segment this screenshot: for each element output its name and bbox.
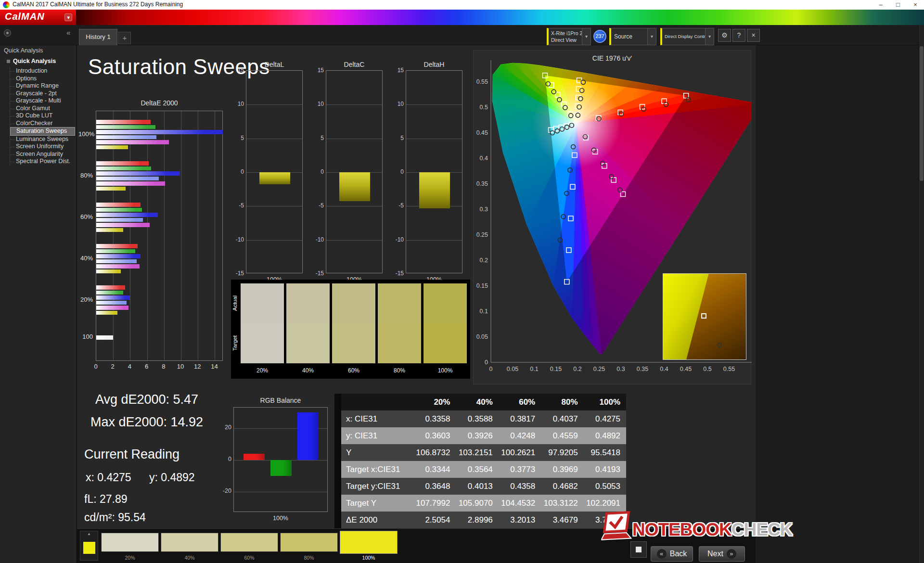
close-icon[interactable]: × [907,0,924,10]
sidebar-item-grayscale-2pt[interactable]: Grayscale - 2pt [10,90,75,98]
table-row: x: CIE310.33580.35880.38170.40370.4275 [334,410,626,427]
table-cell: 0.3344 [413,461,456,478]
delta-bar [339,172,370,201]
y-axis-tick-label: 10 [232,101,244,107]
y-axis-tick-label: 5 [392,135,404,141]
x-axis-tick-label: 0 [91,363,101,370]
actual-swatch [241,283,284,323]
help-icon[interactable]: ? [732,29,745,42]
sidebar-menu-icon[interactable] [4,29,11,37]
deltac-chart: DeltaC 100% 151050-5-10-15 [312,61,385,287]
meter-dropdown[interactable]: X-Rite i1Pro 2 Direct View ▾ [547,28,591,45]
gridline [246,206,302,206]
chart-title: RGB Balance [233,397,328,404]
table-header-row: 20%40%60%80%100% [334,394,626,410]
notebookcheck-watermark: NOTEBOOKCHECK [601,509,759,550]
table-cell: 95.5418 [584,444,626,461]
logo-menu-arrow-icon[interactable]: ▾ [64,13,72,21]
sidebar-item-luminance-sweeps[interactable]: Luminance Sweeps [10,136,75,143]
sidebar-item-dynamic-range[interactable]: Dynamic Range [10,82,75,90]
sidebar-item-colorchecker[interactable]: ColorChecker [10,120,75,128]
max-de2000-reading: Max dE2000: 14.92 [79,415,214,430]
sidebar-item-options[interactable]: Options [10,75,75,83]
saturation-level-swatch-100[interactable] [340,531,398,554]
next-label: Next [707,550,723,558]
calman-window: CalMAN 2017 CalMAN Ultimate for Business… [0,0,924,563]
sidebar-item-screen-angularity[interactable]: Screen Angularity [10,151,75,158]
chevron-down-icon[interactable]: ▾ [705,28,714,45]
swatch-level-label: 100% [424,367,467,374]
table-cell: 0.3926 [456,427,498,444]
table-cell: 103.3122 [541,495,583,512]
gridline [326,104,382,105]
sidebar-root-node[interactable]: Quick Analysis [7,58,56,64]
display-control-label: Direct Display Control [665,34,709,39]
deltae-bar [96,335,113,340]
saturation-level-swatch-80[interactable] [280,533,338,552]
sidebar-item-screen-uniformity[interactable]: Screen Uniformity [10,143,75,151]
y-axis-tick-label: 15 [392,67,404,74]
x-axis-tick-label: 0.55 [723,366,735,372]
gear-icon[interactable]: ⚙ [718,29,731,42]
saturation-level-swatch-40[interactable] [161,533,218,552]
window-titlebar: CalMAN 2017 CalMAN Ultimate for Business… [0,0,924,10]
gridline [326,139,382,139]
scrollbar-thumb[interactable] [920,46,924,181]
chevron-down-icon[interactable]: ▾ [647,28,656,45]
delta-bar [419,172,450,208]
swatch-column [241,283,284,363]
sidebar-tree: IntroductionOptionsDynamic RangeGrayscal… [10,67,75,166]
swatch-label: 60% [220,555,278,561]
y-axis-tick-label: 0.15 [476,282,488,289]
sidebar-item-saturation-sweeps[interactable]: Saturation Sweeps [10,127,75,136]
tab-bar: « History 1 + X-Rite i1Pro 2 Direct View… [0,25,924,45]
display-control-dropdown[interactable]: Direct Display Control ▾ [660,28,714,45]
deltae2000-chart: DeltaE 2000 02468101214 100%80%60%40%20%… [78,96,228,385]
add-tab-button[interactable]: + [118,32,131,44]
sidebar-item-3d-cube-lut[interactable]: 3D Cube LUT [10,112,75,120]
deltae-bar [96,208,142,212]
y-axis-tick-label: -5 [312,202,324,209]
table-cell: 100.2621 [499,444,541,461]
gridline [198,111,198,360]
blue-balance-bar [297,412,319,460]
gridline [406,104,462,105]
deltae-bar [96,145,128,150]
y-axis-tick-label: -5 [392,202,404,209]
x-axis-label: 100% [233,515,328,522]
swatch-column [424,283,467,363]
table-cell: 0.4275 [584,410,626,427]
vertical-scrollbar[interactable] [918,25,924,563]
table-cell: 0.4013 [456,478,498,495]
panel-close-icon[interactable]: × [747,29,760,42]
deltah-plot-area [406,70,462,273]
green-balance-bar [270,460,292,476]
maximize-icon[interactable]: □ [889,0,907,10]
sidebar-item-introduction[interactable]: Introduction [10,67,75,75]
actual-swatch [424,283,467,323]
y-axis-tick-label: 0.2 [480,257,488,264]
sidebar-item-color-gamut[interactable]: Color Gamut [10,105,75,113]
swatch-label: 40% [161,555,218,561]
sidebar-item-grayscale-multi[interactable]: Grayscale - Multi [10,97,75,105]
table-cell: 0.3773 [499,461,541,478]
saturation-level-swatch-20[interactable] [101,533,159,552]
sidebar-item-spectral-power-dist-[interactable]: Spectral Power Dist. [10,158,75,166]
sidebar-collapse-icon[interactable]: « [66,28,70,37]
swatch-strip-handle[interactable]: ▲ [80,531,98,561]
tab-history[interactable]: History 1 [79,29,117,45]
x-axis-tick-label: 2 [108,363,117,370]
current-reading-title: Current Reading [84,447,180,462]
chevron-down-icon[interactable]: ▾ [582,28,590,45]
table-cell: 0.3358 [413,410,456,427]
minimize-icon[interactable]: – [872,0,889,10]
deltae-bar [96,285,125,290]
x-axis-tick-label: 0.05 [507,366,518,372]
gridline [246,240,302,241]
collapse-up-icon[interactable]: ▲ [80,532,98,536]
table-cell: 3.4679 [541,512,583,528]
saturation-level-swatch-60[interactable] [220,533,278,552]
deltae-bar [96,295,130,300]
source-dropdown[interactable]: Source ▾ [609,28,656,45]
calman-logo[interactable]: CalMAN ▾ [0,10,76,25]
